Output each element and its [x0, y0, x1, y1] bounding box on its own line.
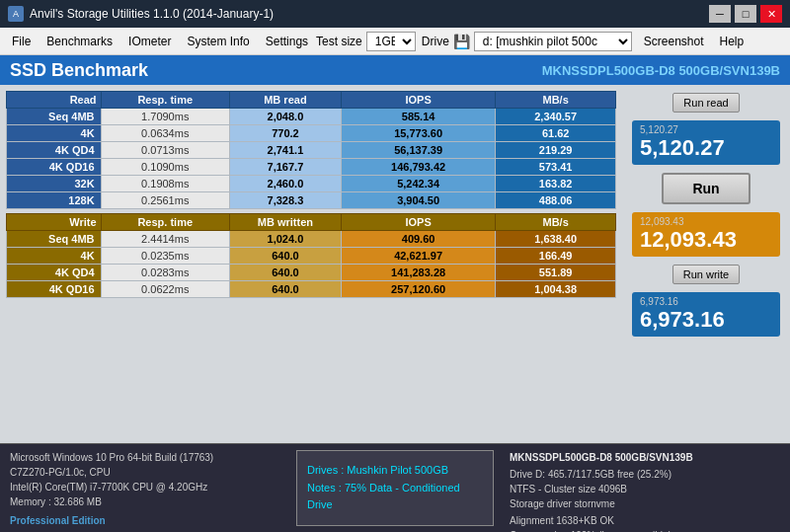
write-score-large: 6,973.16	[640, 307, 772, 333]
write-col-resp: Resp. time	[101, 214, 229, 231]
window-title: Anvil's Storage Utilities 1.1.0 (2014-Ja…	[30, 7, 274, 21]
menu-bar: File Benchmarks IOmeter System Info Sett…	[0, 28, 790, 55]
drive-select[interactable]: d: [mushkin pilot 500c	[474, 32, 632, 51]
main-content: SSD Benchmark MKNSSDPL500GB-D8 500GB/SVN…	[0, 55, 790, 532]
table-row: 4K QD160.0622ms640.0257,120.601,004.38	[7, 281, 616, 298]
table-area: Read Resp. time MB read IOPS MB/s Seq 4M…	[0, 85, 622, 443]
benchmark-header: SSD Benchmark MKNSSDPL500GB-D8 500GB/SVN…	[0, 55, 790, 85]
bottom-left: Microsoft Windows 10 Pro 64-bit Build (1…	[0, 444, 290, 532]
run-write-row: Run write	[628, 265, 784, 284]
run-read-row: Run read	[628, 93, 784, 113]
read-col-mbs: MB/s	[496, 92, 616, 109]
menu-system-info[interactable]: System Info	[179, 32, 257, 51]
close-button[interactable]: ✕	[760, 5, 782, 23]
test-size-label: Test size	[316, 35, 362, 48]
drive-id: MKNSSDPL500GB-D8 500GB/SVN139B	[542, 63, 780, 78]
table-row: 128K0.2561ms7,328.33,904.50488.06	[7, 192, 616, 209]
minimize-button[interactable]: ─	[709, 5, 731, 23]
window-controls: ─ □ ✕	[709, 5, 782, 23]
table-row: 32K0.1908ms2,460.05,242.34163.82	[7, 176, 616, 192]
bottom-center: Drives : Mushkin Pilot 500GB Notes : 75%…	[296, 450, 494, 526]
write-score-small: 6,973.16	[640, 296, 772, 307]
table-row: 4K0.0235ms640.042,621.97166.49	[7, 248, 616, 265]
read-score-large: 5,120.27	[640, 135, 772, 161]
drive-icon: 💾	[453, 34, 470, 49]
total-score-box: 12,093.43 12,093.43	[632, 212, 780, 257]
table-row: 4K QD40.0283ms640.0141,283.28551.89	[7, 265, 616, 281]
sys-info-line2: C7Z270-PG/1.0c, CPU	[10, 465, 280, 480]
read-col-label: Read	[7, 92, 102, 109]
benchmark-title: SSD Benchmark	[10, 60, 148, 81]
bottom-info: Microsoft Windows 10 Pro 64-bit Build (1…	[0, 443, 790, 532]
table-row: 4K QD160.1090ms7,167.7146,793.42573.41	[7, 159, 616, 176]
table-row: 4K0.0634ms770.215,773.6061.62	[7, 125, 616, 142]
test-size-select[interactable]: 1GB	[366, 32, 416, 51]
table-row: Seq 4MB1.7090ms2,048.0585.142,340.57	[7, 109, 616, 125]
sys-info-line3: Intel(R) Core(TM) i7-7700K CPU @ 4.20GHz	[10, 480, 280, 494]
read-col-iops: IOPS	[341, 92, 495, 109]
write-score-box: 6,973.16 6,973.16	[632, 292, 780, 337]
test-size-group: Test size 1GB	[316, 32, 416, 51]
drive-group: Drive 💾 d: [mushkin pilot 500c	[422, 32, 632, 51]
sys-info-line4: Memory : 32.686 MB	[10, 494, 280, 509]
drive-label: Drive	[422, 35, 449, 48]
read-score-small: 5,120.27	[640, 124, 772, 135]
app-icon: A	[8, 6, 24, 22]
run-write-button[interactable]: Run write	[672, 265, 740, 284]
run-button[interactable]: Run	[662, 173, 750, 204]
drive-note-1: Drives : Mushkin Pilot 500GB	[307, 462, 483, 480]
write-header-row: Write Resp. time MB written IOPS MB/s	[7, 214, 616, 231]
menu-file[interactable]: File	[4, 32, 39, 51]
write-col-mbs: MB/s	[496, 214, 616, 231]
total-score-small: 12,093.43	[640, 216, 772, 227]
benchmark-body: Read Resp. time MB read IOPS MB/s Seq 4M…	[0, 85, 790, 443]
menu-settings[interactable]: Settings	[258, 32, 316, 51]
bottom-right: MKNSSDPL500GB-D8 500GB/SVN139B Drive D: …	[500, 444, 790, 532]
sys-info-line1: Microsoft Windows 10 Pro 64-bit Build (1…	[10, 450, 280, 465]
run-read-button[interactable]: Run read	[672, 93, 739, 113]
table-row: 4K QD40.0713ms2,741.156,137.39219.29	[7, 142, 616, 159]
drive-right-line1: Drive D: 465.7/117.5GB free (25.2%)	[510, 467, 780, 482]
total-score-large: 12,093.43	[640, 227, 772, 253]
right-panel: Run read 5,120.27 5,120.27 Run 12,093.43…	[622, 85, 790, 443]
write-table: Write Resp. time MB written IOPS MB/s Se…	[6, 213, 616, 298]
drive-right-title: MKNSSDPL500GB-D8 500GB/SVN139B	[510, 450, 780, 465]
read-header-row: Read Resp. time MB read IOPS MB/s	[7, 92, 616, 109]
drive-right-line3: Storage driver stornvme	[510, 496, 780, 511]
read-table: Read Resp. time MB read IOPS MB/s Seq 4M…	[6, 91, 616, 209]
maximize-button[interactable]: □	[735, 5, 756, 23]
write-col-mb: MB written	[229, 214, 341, 231]
title-bar: A Anvil's Storage Utilities 1.1.0 (2014-…	[0, 0, 790, 28]
write-col-iops: IOPS	[341, 214, 495, 231]
read-col-mb: MB read	[229, 92, 341, 109]
read-col-resp: Resp. time	[101, 92, 229, 109]
drive-right-line5: Compression 100% (Incompressible)	[510, 528, 780, 532]
menu-benchmarks[interactable]: Benchmarks	[39, 32, 120, 51]
write-col-label: Write	[7, 214, 102, 231]
pro-edition-label: Professional Edition	[10, 513, 280, 528]
table-row: Seq 4MB2.4414ms1,024.0409.601,638.40	[7, 231, 616, 248]
menu-iometer[interactable]: IOmeter	[120, 32, 179, 51]
drive-note-2: Notes : 75% Data - Conditioned Drive	[307, 480, 483, 514]
menu-help[interactable]: Help	[712, 32, 752, 51]
read-score-box: 5,120.27 5,120.27	[632, 120, 780, 165]
drive-right-line2: NTFS - Cluster size 4096B	[510, 482, 780, 496]
menu-screenshot[interactable]: Screenshot	[636, 32, 712, 51]
drive-right-line4: Alignment 1638+KB OK	[510, 513, 780, 528]
